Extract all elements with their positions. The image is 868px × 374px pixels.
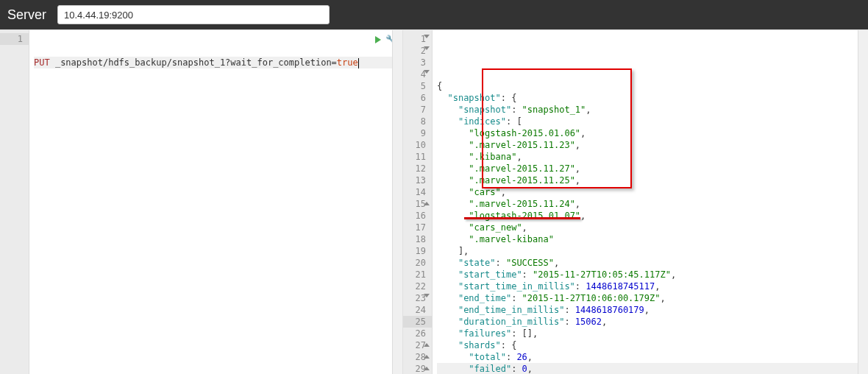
code-line: "state": "SUCCESS", [437,257,868,269]
gutter-line: 25 [403,316,432,328]
code-line: "end_time": "2015-11-27T10:06:00.179Z", [437,292,868,304]
response-gutter: 1234567891011121314151617181920212223242… [403,30,433,374]
fold-toggle-icon[interactable] [424,343,430,347]
gutter-line: 19 [403,245,432,257]
fold-toggle-icon[interactable] [424,367,430,370]
gutter-line: 7 [403,104,432,116]
gutter-line: 4 [403,68,432,80]
code-line: "duration_in_millis": 15062, [437,316,868,328]
gutter-line: 13 [403,174,432,186]
response-panel: 1234567891011121314151617181920212223242… [403,30,868,374]
gutter-line: 1 [403,33,432,45]
gutter-line: 2 [403,45,432,57]
gutter-line: 1 [0,33,29,45]
code-line: "start_time": "2015-11-27T10:05:45.117Z"… [437,269,868,280]
play-icon[interactable] [375,36,381,43]
response-code[interactable]: { "snapshot": { "snapshot": "snapshot_1"… [433,30,868,374]
main-area: 1 PUT _snapshot/hdfs_backup/snapshot_1?w… [0,29,868,374]
request-gutter: 1 [0,30,29,374]
code-line: ".marvel-kibana" [437,233,868,245]
code-line: "indices": [ [437,116,868,127]
gutter-line: 28 [403,351,432,363]
gutter-line: 23 [403,292,432,304]
gutter-line: 12 [403,163,432,174]
fold-toggle-icon[interactable] [424,355,430,359]
code-line: "logstash-2015.01.07", [437,210,868,222]
gutter-line: 15 [403,198,432,210]
code-line: "start_time_in_millis": 1448618745117, [437,280,868,292]
server-input[interactable] [57,5,330,24]
gutter-line: 21 [403,269,432,280]
gutter-line: 11 [403,151,432,163]
gutter-line: 5 [403,80,432,92]
code-line: "end_time_in_millis": 1448618760179, [437,304,868,316]
code-line: ".marvel-2015.11.23", [437,139,868,151]
code-line: "total": 26, [437,351,868,363]
fold-toggle-icon[interactable] [424,70,430,74]
gutter-line: 16 [403,210,432,222]
gutter-line: 18 [403,233,432,245]
gutter-line: 10 [403,139,432,151]
gutter-line: 9 [403,127,432,139]
gutter-line: 8 [403,116,432,127]
request-code[interactable]: PUT _snapshot/hdfs_backup/snapshot_1?wai… [29,30,402,374]
fold-toggle-icon[interactable] [424,46,430,50]
code-line: ".marvel-2015.11.27", [437,163,868,174]
code-line: "failures": [], [437,328,868,339]
code-line: "shards": { [437,339,868,351]
request-path: _snapshot/hdfs_backup/snapshot_1?wait_fo… [55,57,337,68]
fold-toggle-icon[interactable] [424,294,430,297]
gutter-line: 27 [403,339,432,351]
request-panel: 1 PUT _snapshot/hdfs_backup/snapshot_1?w… [0,30,403,374]
gutter-line: 22 [403,280,432,292]
gutter-line: 26 [403,328,432,339]
code-line: "cars", [437,186,868,198]
code-line: "snapshot": { [437,92,868,104]
code-line: "failed": 0, [437,363,868,374]
gutter-line: 20 [403,257,432,269]
code-line: "cars_new", [437,222,868,233]
code-line: ], [437,245,868,257]
gutter-line: 14 [403,186,432,198]
code-line: ".marvel-2015.11.24", [437,198,868,210]
gutter-line: 24 [403,304,432,316]
fold-toggle-icon[interactable] [424,35,430,38]
gutter-line: 17 [403,222,432,233]
header-bar: Server [0,0,868,29]
request-param: true [337,57,358,68]
gutter-line: 3 [403,57,432,68]
http-method: PUT [34,57,50,68]
code-line: "logstash-2015.01.06", [437,127,868,139]
code-line: { [437,80,868,92]
scrollbar-vertical[interactable] [392,30,402,374]
server-label: Server [7,7,46,23]
text-cursor [358,58,359,68]
code-line: ".marvel-2015.11.25", [437,174,868,186]
gutter-line: 29 [403,363,432,374]
gutter-line: 6 [403,92,432,104]
code-line: ".kibana", [437,151,868,163]
scrollbar-vertical[interactable] [858,30,868,374]
fold-toggle-icon[interactable] [424,202,430,205]
code-line: "snapshot": "snapshot_1", [437,104,868,116]
